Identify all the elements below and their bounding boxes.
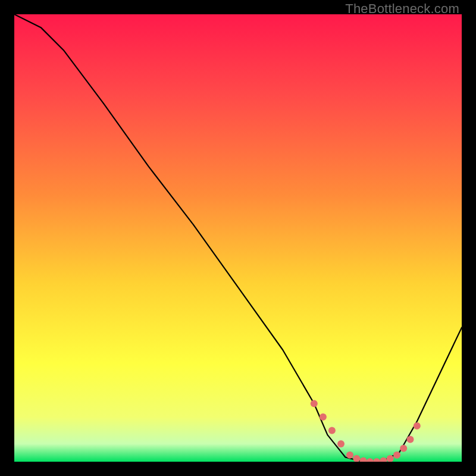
chart-frame [14, 14, 462, 462]
optimal-marker [328, 427, 336, 434]
chart-background [14, 14, 462, 462]
bottleneck-chart [14, 14, 462, 462]
optimal-marker [393, 452, 400, 459]
optimal-marker [320, 414, 327, 421]
optimal-marker [346, 452, 353, 459]
optimal-marker [400, 444, 407, 452]
optimal-marker [311, 400, 318, 407]
optimal-marker [414, 422, 421, 430]
optimal-marker [337, 440, 345, 447]
optimal-marker [407, 436, 414, 443]
